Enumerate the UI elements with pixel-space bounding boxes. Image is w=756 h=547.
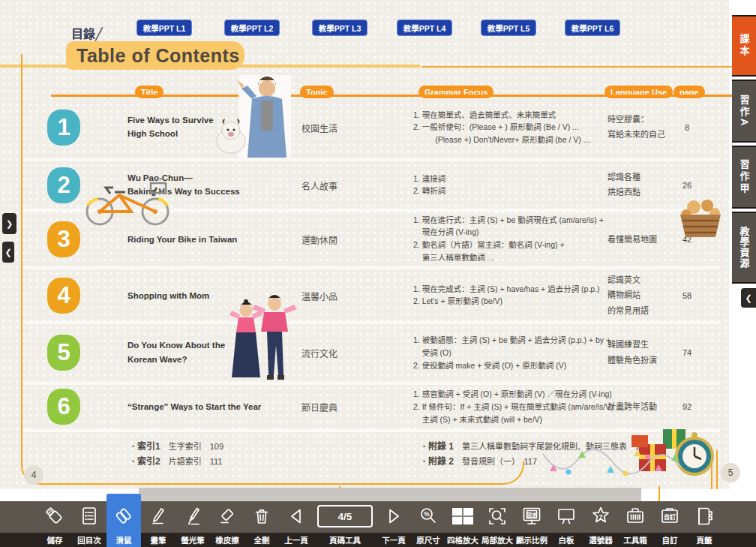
toc-row-unit4[interactable]: 4 Shopping with Mom 溫馨小品 1. 現在完成式：主詞 (S)… [0,269,729,321]
tool-four-pane-zoom[interactable]: 四格放大 [446,501,480,547]
unit-language-use: 認識英文 購物網站 的常見用語 [608,272,682,319]
tool-page-tabs[interactable]: 頁籤 [687,501,722,547]
unit-title: “Strange” Ways to Start the Year [128,400,300,414]
page-forward-arrow[interactable]: ❯ [2,213,16,234]
tool-pen[interactable]: 畫筆 [141,501,176,547]
unit-number-badge: 2 [47,167,80,203]
unit-number-badge: 4 [47,278,80,314]
tool-back-to-toc[interactable]: 回目次 [72,501,106,547]
ppt-button-l2[interactable]: 教學PPT L2 [224,20,280,36]
tool-number-picker[interactable]: 7 選號器 [584,501,618,547]
tool-whiteboard[interactable]: 白板 [549,501,584,547]
ppt-button-l1[interactable]: 教學PPT L1 [136,20,192,36]
unit2-bicycle-image [77,173,178,227]
unit-topic: 流行文化 [302,347,369,359]
unit-number-badge: 1 [47,110,80,146]
bottom-toolbar: 儲存 回目次 滑鼠 畫筆 螢光筆 橡皮擦 全刪 上一頁 [0,501,756,547]
svg-text:7: 7 [598,512,602,521]
catalog-label: 目錄╱ [71,24,103,42]
pen-icon [147,501,170,531]
custom-box-icon: 自訂 [658,501,681,531]
tab-workbook-a[interactable]: 習作A [732,81,756,141]
monitor-icon: 固定 [520,501,543,531]
unit5-hanbok-couple-image [224,294,300,386]
toc-list-icon [78,501,100,531]
unit-language-use: 韓國練習生 體驗角色扮演 [608,337,682,368]
svg-text:固定: 固定 [526,512,537,518]
tool-mouse[interactable]: 滑鼠 [106,494,141,547]
unit-language-use: 認識各種 烘焙西點 [608,170,682,201]
tool-next-page[interactable]: 下一頁 [376,501,411,547]
unit-language-use: 看懂簡易地圖 [608,231,682,247]
decor-tick [658,486,660,501]
tool-highlighter[interactable]: 螢光筆 [176,501,210,547]
tab-textbook[interactable]: 課本 [732,17,756,75]
tool-original-size[interactable]: % 原尺寸 [411,501,446,547]
unit-number-badge: 5 [47,335,80,371]
unit-page: 26 [672,181,702,190]
region-zoom-icon [486,501,508,531]
usb-save-icon [44,501,66,531]
appendix-entry-2[interactable]: ・附錄 2 發音規則（一） 117 [420,454,537,467]
page-number-left: 4 [24,465,44,485]
book-page: 目錄╱ 教學PPT L1 教學PPT L2 教學PPT L3 教學PPT L4 … [0,0,729,489]
eraser-icon [216,501,238,531]
tool-prev-page[interactable]: 上一頁 [279,501,314,547]
tool-custom[interactable]: 自訂 自訂 [652,501,687,547]
svg-text:自訂: 自訂 [664,513,676,521]
tab-collapse-arrow[interactable]: ❮ [741,288,756,308]
toc-row-unit6[interactable]: 6 “Strange” Ways to Start the Year 節日慶典 … [0,384,729,429]
svg-text:%: % [424,510,430,518]
unit-page: 92 [672,402,702,411]
next-page-icon [382,501,405,531]
star-number-icon: 7 [590,501,612,531]
index-entry-vocab[interactable]: ・索引1 生字索引 109 [129,439,224,452]
unit1-photo-student-with-dog [208,75,317,158]
bread-basket-image [677,195,724,240]
toolbox-icon [624,501,646,531]
tool-save[interactable]: 儲存 [38,501,72,547]
unit-title: Riding Your Bike in Taiwan [128,232,300,246]
ppt-button-l5[interactable]: 教學PPT L5 [481,20,536,36]
toc-row-unit5[interactable]: 5 Do You Know About the Korean Wave? 流行文… [0,324,729,381]
page-number-box[interactable]: 4/5 [317,505,373,527]
page-tabs-icon [693,501,716,531]
trash-icon [250,501,273,531]
tool-region-zoom[interactable]: 局部放大 [480,501,514,547]
tab-workbook-jia[interactable]: 習作甲 [732,147,756,207]
ppt-button-l3[interactable]: 教學PPT L3 [312,20,368,36]
horizontal-scrollbar[interactable] [139,488,641,501]
app-window: 目錄╱ 教學PPT L1 教學PPT L2 教學PPT L3 教學PPT L4 … [0,0,756,547]
string-lights-image [538,439,686,482]
highlighter-icon [182,501,204,531]
tool-display-ratio[interactable]: 固定 顯示比例 [514,501,549,547]
unit-page: 58 [672,291,702,300]
unit-language-use: 時空膠囊： 寫給未來的自己 [608,112,682,143]
ppt-button-l6[interactable]: 教學PPT L6 [565,20,620,36]
toc-row-unit1[interactable]: 1 Five Ways to Survive High School 校園生活 … [0,96,729,158]
zoom-percent-icon: % [417,501,440,531]
unit-page: 74 [672,348,702,357]
whiteboard-icon [555,501,578,531]
unit-topic: 節日慶典 [302,401,369,413]
unit-number-badge: 6 [47,389,80,425]
unit-number-badge: 3 [47,221,80,257]
unit-topic: 運動休閒 [302,233,369,245]
page-back-arrow[interactable]: ❮ [2,242,14,263]
page-number-right: 5 [721,463,740,482]
index-entry-phrase[interactable]: ・索引2 片語索引 111 [129,454,222,467]
tool-delete-all[interactable]: 全刪 [244,501,279,547]
unit-page: 8 [672,123,702,132]
prev-page-icon [285,501,308,531]
tab-teaching-resources[interactable]: 教學資源 [732,213,756,282]
mouse-icon [112,501,135,531]
unit-topic: 溫馨小品 [302,289,369,302]
ppt-button-l4[interactable]: 教學PPT L4 [397,20,452,36]
tool-page-number[interactable]: 4/5 頁碼工具 [314,501,376,547]
tool-toolbox[interactable]: 工具箱 [618,501,652,547]
four-pane-icon [450,501,476,531]
unit-topic: 名人故事 [302,179,369,191]
tool-eraser[interactable]: 橡皮擦 [210,501,244,547]
